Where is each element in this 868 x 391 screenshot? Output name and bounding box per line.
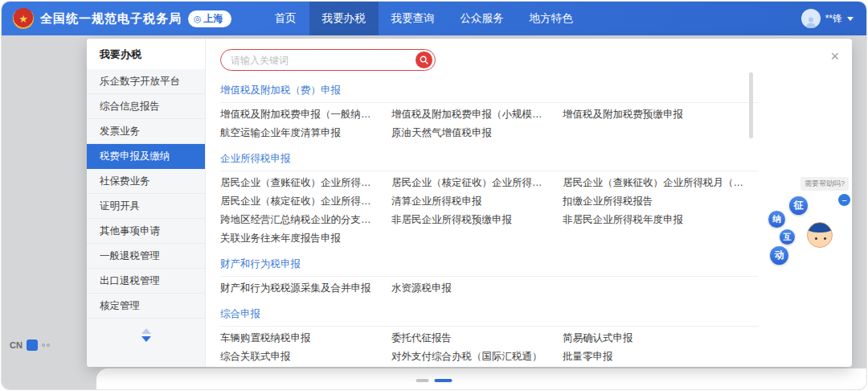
assistant-widget[interactable]: 需要帮助吗? − 征纳互动 <box>764 177 855 283</box>
sidebar-items: 乐企数字开放平台综合信息报告发票业务税费申报及缴纳社保费业务证明开具其他事项申请… <box>87 69 205 319</box>
top-header: ★ 全国统一规范电子税务局 ◎ 上海 首页我要办税我要查询公众服务地方特色 **… <box>2 2 866 35</box>
menu-item-link[interactable]: 水资源税申报 <box>391 279 563 298</box>
section-title: 综合申报 <box>220 301 759 327</box>
sidebar-item[interactable]: 出口退税管理 <box>87 269 205 294</box>
chevron-down-icon <box>847 17 854 21</box>
assistant-tooltip: 需要帮助吗? <box>800 177 849 191</box>
menu-item-link[interactable]: 居民企业（核定征收）企业所得税年度申报 <box>391 174 563 192</box>
menu-item-link[interactable]: 综合关联式申报 <box>220 348 391 366</box>
search-box <box>220 49 436 71</box>
section-title: 增值税及附加税（费）申报 <box>220 77 759 103</box>
pagination-bar[interactable] <box>435 379 452 382</box>
menu-item-link[interactable]: 跨地区经营汇总纳税企业的分支机构年度纳税... <box>220 211 391 229</box>
menu-section: 增值税及附加税（费）申报增值税及附加税费申报（一般纳税人适用）增值税及附加税费申… <box>220 77 759 146</box>
menu-item-link[interactable]: 清算企业所得税申报 <box>391 192 563 211</box>
sidebar-item[interactable]: 社保费业务 <box>87 169 205 194</box>
sidebar-item[interactable]: 其他事项申请 <box>87 219 205 244</box>
menu-item-link[interactable]: 航空运输企业年度清算申报 <box>220 124 391 142</box>
menu-item-link[interactable]: 居民企业（查账征收）企业所得税年度申报 <box>220 174 391 192</box>
user-avatar-icon <box>801 9 821 28</box>
location-label: 上海 <box>204 12 223 26</box>
main-nav: 首页我要办税我要查询公众服务地方特色 <box>262 2 586 35</box>
menu-section: 综合申报车辆购置税纳税申报委托代征报告简易确认式申报综合关联式申报对外支付综合办… <box>220 301 759 367</box>
sidebar-item[interactable]: 税费申报及缴纳 <box>87 144 205 169</box>
sidebar-item[interactable]: 核定管理 <box>87 294 205 319</box>
nav-item[interactable]: 我要查询 <box>379 2 448 35</box>
sidebar-item[interactable]: 一般退税管理 <box>87 244 205 269</box>
mega-menu-panel: 我要办税 乐企数字开放平台综合信息报告发票业务税费申报及缴纳社保费业务证明开具其… <box>87 39 852 367</box>
nav-item[interactable]: 首页 <box>262 2 309 35</box>
menu-content: × 增值税及附加税（费）申报增值税及附加税费申报（一般纳税人适用）增值税及附加税… <box>206 39 852 367</box>
nav-item[interactable]: 公众服务 <box>448 2 517 35</box>
menu-item-link[interactable]: 非居民企业所得税年度申报 <box>563 211 759 229</box>
mascot-char: 互 <box>780 229 795 245</box>
sidebar-expander[interactable] <box>87 328 205 342</box>
menu-item-link[interactable]: 关联业务往来年度报告申报 <box>220 229 391 248</box>
menu-item-link[interactable]: 车辆购置税纳税申报 <box>220 329 391 348</box>
section-title: 财产和行为税申报 <box>220 251 759 277</box>
national-emblem-icon: ★ <box>13 8 34 29</box>
sidebar-item[interactable]: 综合信息报告 <box>87 94 205 119</box>
mascot-officer-face <box>807 222 833 248</box>
ime-label: CN <box>10 340 23 350</box>
user-menu[interactable]: **锋 <box>801 9 854 28</box>
menu-item-link[interactable]: 委托代征报告 <box>391 329 563 348</box>
menu-item-link[interactable]: 居民企业（查账征收）企业所得税月（季）度... <box>563 174 759 192</box>
menu-item-link[interactable]: 居民企业（核定征收）企业所得税月（季）度... <box>220 192 391 211</box>
menu-section: 财产和行为税申报财产和行为税税源采集及合并申报水资源税申报 <box>220 251 759 301</box>
tax-interaction-mascot[interactable]: 征纳互动 <box>767 196 844 274</box>
menu-item-link[interactable]: 增值税及附加税费预缴申报 <box>563 105 759 124</box>
search-input[interactable] <box>231 55 416 66</box>
menu-item-link[interactable]: 扣缴企业所得税报告 <box>563 192 759 211</box>
app-window: ★ 全国统一规范电子税务局 ◎ 上海 首页我要办税我要查询公众服务地方特色 **… <box>2 2 866 389</box>
sidebar-item[interactable]: 证明开具 <box>87 194 205 219</box>
section-title: 企业所得税申报 <box>220 146 759 171</box>
menu-item-link[interactable]: 原油天然气增值税申报 <box>391 124 563 142</box>
sidebar-item[interactable]: 乐企数字开放平台 <box>87 69 205 94</box>
search-button[interactable] <box>416 51 432 68</box>
expand-arrow-icon <box>141 336 151 342</box>
menu-sidebar: 我要办税 乐企数字开放平台综合信息报告发票业务税费申报及缴纳社保费业务证明开具其… <box>87 39 206 367</box>
menu-sections: 增值税及附加税（费）申报增值税及附加税费申报（一般纳税人适用）增值税及附加税费申… <box>220 77 759 367</box>
menu-section: 企业所得税申报居民企业（查账征收）企业所得税年度申报居民企业（核定征收）企业所得… <box>220 146 759 251</box>
page-content-behind <box>96 368 866 389</box>
menu-item-link[interactable]: 增值税及附加税费申报（一般纳税人适用） <box>220 105 391 124</box>
mascot-char: 征 <box>789 196 808 215</box>
menu-item-link[interactable]: 财产和行为税税源采集及合并申报 <box>220 279 391 298</box>
location-pin-icon: ◎ <box>194 14 202 24</box>
scrollbar[interactable] <box>749 72 753 138</box>
close-icon[interactable]: × <box>830 49 839 64</box>
touch-keyboard-icon[interactable] <box>42 344 50 347</box>
sidebar-item[interactable]: 发票业务 <box>87 119 205 144</box>
menu-item-link[interactable]: 批量零申报 <box>563 348 759 366</box>
mascot-char: 纳 <box>768 211 785 228</box>
carousel-pagination <box>416 379 452 382</box>
brand-area: ★ 全国统一规范电子税务局 ◎ 上海 <box>2 8 231 29</box>
pagination-bar[interactable] <box>416 379 429 382</box>
nav-item[interactable]: 我要办税 <box>309 2 379 35</box>
menu-item-link[interactable]: 对外支付综合办税（国际汇税通） <box>391 348 563 366</box>
mascot-char: 动 <box>770 246 788 265</box>
sidebar-title: 我要办税 <box>87 39 205 69</box>
menu-item-link[interactable]: 简易确认式申报 <box>563 329 759 348</box>
input-method-indicator: CN <box>10 340 50 351</box>
location-selector[interactable]: ◎ 上海 <box>188 10 231 27</box>
menu-item-link[interactable]: 增值税及附加税费申报（小规模纳税人） <box>391 105 563 124</box>
site-title: 全国统一规范电子税务局 <box>40 11 182 27</box>
user-name: **锋 <box>825 12 842 26</box>
ime-badge-icon[interactable] <box>27 340 38 351</box>
menu-item-link[interactable]: 非居民企业所得税预缴申报 <box>391 211 563 229</box>
nav-item[interactable]: 地方特色 <box>517 2 586 35</box>
collapse-arrow-icon <box>141 328 151 334</box>
